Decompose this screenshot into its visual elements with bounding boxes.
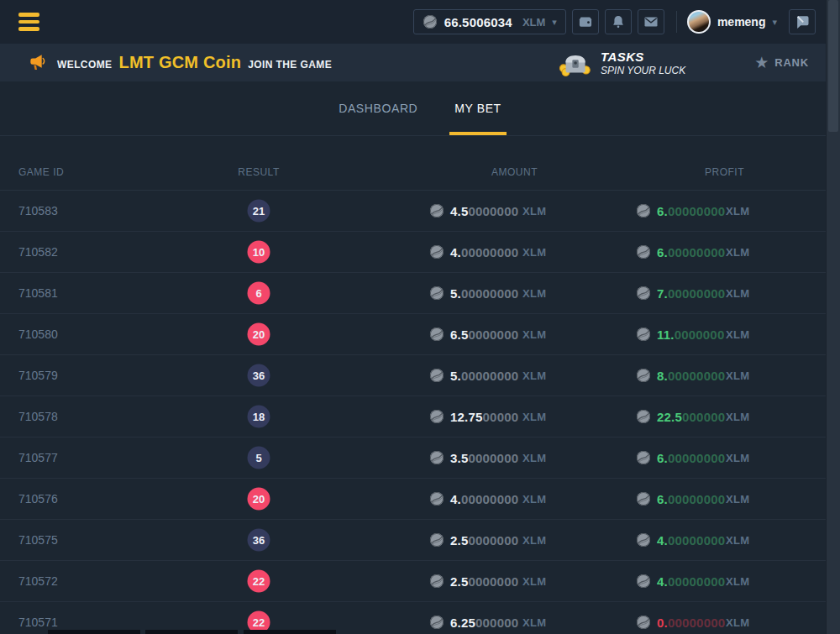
xlm-coin-icon xyxy=(429,368,444,383)
announcement-banner: WELCOME LMT GCM Coin JOIN THE GAME TASKS… xyxy=(0,44,840,81)
welcome-prefix: WELCOME xyxy=(57,59,112,71)
amount-currency: XLM xyxy=(522,328,546,341)
xlm-coin-icon xyxy=(429,574,444,589)
bet-amount: 4.50000000 xyxy=(429,203,518,218)
bet-row: 710572 22 2.50000000 XLM 4.00000000 XLM xyxy=(0,561,840,602)
amount-currency: XLM xyxy=(522,575,546,588)
bet-profit: 6.00000000 xyxy=(636,244,725,259)
xlm-coin-icon xyxy=(636,409,651,424)
profit-currency: XLM xyxy=(726,616,749,629)
amount-currency: XLM xyxy=(522,534,546,547)
table-header: GAME ID RESULT AMOUNT PROFIT xyxy=(0,136,840,191)
profit-currency: XLM xyxy=(726,534,749,547)
messages-button[interactable] xyxy=(638,9,664,34)
column-result: RESULT xyxy=(238,166,279,178)
bet-row: 710575 36 2.50000000 XLM 4.00000000 XLM xyxy=(0,520,840,561)
bet-row: 710577 5 3.50000000 XLM 6.00000000 XLM xyxy=(0,438,840,479)
bottom-fragment xyxy=(145,630,238,634)
bet-row: 710578 18 12.7500000 XLM 22.5000000 XLM xyxy=(0,396,840,438)
amount-currency: XLM xyxy=(522,287,546,300)
bet-profit: 6.00000000 xyxy=(636,203,725,218)
result-badge: 36 xyxy=(248,364,270,387)
treasure-chest-icon xyxy=(557,48,592,78)
menu-button[interactable] xyxy=(18,11,40,33)
game-id: 710575 xyxy=(18,533,58,547)
bet-row: 710582 10 4.00000000 XLM 6.00000000 XLM xyxy=(0,232,840,273)
amount-currency: XLM xyxy=(522,616,546,629)
avatar xyxy=(687,10,711,34)
xlm-coin-icon xyxy=(429,286,444,301)
amount-currency: XLM xyxy=(522,411,546,423)
xlm-coin-icon xyxy=(636,368,651,383)
amount-currency: XLM xyxy=(522,205,546,217)
wallet-button[interactable] xyxy=(572,9,599,34)
bet-table: 710583 21 4.50000000 XLM 6.00000000 XLM … xyxy=(0,191,840,634)
brand-name: LMT GCM Coin xyxy=(118,53,241,72)
bet-amount: 5.00000000 xyxy=(429,368,518,383)
bell-icon xyxy=(610,13,627,30)
xlm-coin-icon xyxy=(636,491,651,506)
game-id: 710571 xyxy=(18,616,58,629)
profit-currency: XLM xyxy=(726,452,749,464)
bet-amount: 12.7500000 xyxy=(429,409,518,424)
tab-bar: DASHBOARD MY BET xyxy=(0,81,840,136)
chat-button[interactable] xyxy=(789,9,816,34)
xlm-coin-icon xyxy=(429,203,444,218)
xlm-coin-icon xyxy=(636,615,651,630)
top-bar: 66.5006034 XLM ▾ memeng ▾ xyxy=(0,0,840,44)
result-badge: 20 xyxy=(248,488,270,511)
xlm-coin-icon xyxy=(429,327,444,342)
bet-profit: 22.5000000 xyxy=(636,409,725,424)
profit-currency: XLM xyxy=(726,287,749,300)
xlm-coin-icon xyxy=(636,286,651,301)
xlm-coin-icon xyxy=(429,615,444,630)
profit-currency: XLM xyxy=(726,411,749,423)
tasks-button[interactable]: TASKS SPIN YOUR LUCK xyxy=(557,48,685,78)
game-id: 710583 xyxy=(18,204,58,217)
amount-currency: XLM xyxy=(522,369,546,382)
bet-row: 710579 36 5.00000000 XLM 8.00000000 XLM xyxy=(0,355,840,396)
balance-selector[interactable]: 66.5006034 XLM ▾ xyxy=(413,9,566,34)
xlm-coin-icon xyxy=(636,574,651,589)
xlm-coin-icon xyxy=(429,450,444,465)
bet-profit: 6.00000000 xyxy=(636,491,725,506)
chevron-down-icon: ▾ xyxy=(552,18,557,27)
balance-amount: 66.5006034 xyxy=(444,15,512,29)
bottom-fragment xyxy=(48,630,140,634)
bet-profit: 6.00000000 xyxy=(636,450,725,465)
bet-amount: 2.50000000 xyxy=(429,532,518,548)
username: memeng xyxy=(717,15,766,29)
xlm-coin-icon xyxy=(429,532,444,548)
result-badge: 22 xyxy=(248,570,270,593)
tasks-subtitle: SPIN YOUR LUCK xyxy=(601,65,685,76)
bet-profit: 8.00000000 xyxy=(636,368,725,383)
notifications-button[interactable] xyxy=(605,9,632,34)
bet-profit: 11.0000000 xyxy=(636,327,724,342)
scrollbar[interactable] xyxy=(826,0,840,634)
bet-row: 710583 21 4.50000000 XLM 6.00000000 XLM xyxy=(0,191,840,232)
profit-currency: XLM xyxy=(726,246,749,259)
tab-my-bet[interactable]: MY BET xyxy=(449,81,506,135)
chat-icon xyxy=(794,13,811,30)
scrollbar-thumb[interactable] xyxy=(828,0,838,132)
divider xyxy=(676,11,677,33)
result-badge: 10 xyxy=(248,241,270,264)
xlm-coin-icon xyxy=(429,409,444,424)
profit-currency: XLM xyxy=(726,328,749,341)
tasks-title: TASKS xyxy=(601,50,685,64)
game-id: 710582 xyxy=(18,245,58,259)
bet-amount: 4.00000000 xyxy=(429,244,518,259)
bet-row: 710580 20 6.50000000 XLM 11.0000000 XLM xyxy=(0,314,840,355)
profit-currency: XLM xyxy=(726,493,749,506)
xlm-coin-icon xyxy=(636,327,651,342)
tab-dashboard[interactable]: DASHBOARD xyxy=(333,81,423,135)
game-id: 710580 xyxy=(18,327,58,341)
xlm-coin-icon xyxy=(423,14,438,29)
main-content: DASHBOARD MY BET GAME ID RESULT AMOUNT P… xyxy=(0,81,840,634)
profit-currency: XLM xyxy=(726,575,749,588)
rank-button[interactable]: ★ RANK xyxy=(754,55,809,71)
user-menu[interactable]: memeng ▾ xyxy=(687,10,777,34)
star-icon: ★ xyxy=(754,55,769,71)
profit-currency: XLM xyxy=(726,205,749,217)
bet-profit: 4.00000000 xyxy=(636,532,725,548)
